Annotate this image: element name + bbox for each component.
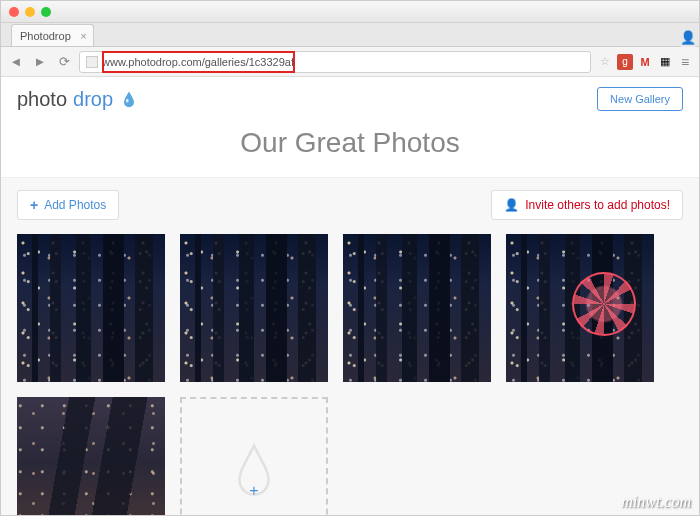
reload-button[interactable]: ⟳ xyxy=(55,53,73,71)
window-titlebar xyxy=(1,1,699,23)
invite-label: Invite others to add photos! xyxy=(525,198,670,212)
upload-dropzone[interactable]: + xyxy=(180,397,328,515)
invite-button[interactable]: 👤 Invite others to add photos! xyxy=(491,190,683,220)
address-bar[interactable]: www.photodrop.com/galleries/1c3329af xyxy=(79,51,591,73)
logo-text-1: photo xyxy=(17,88,67,111)
site-logo[interactable]: photodrop xyxy=(17,88,139,111)
drop-icon xyxy=(119,89,139,109)
photo-grid: + xyxy=(17,234,683,515)
photo-thumbnail[interactable] xyxy=(17,397,165,515)
back-button[interactable]: ◄ xyxy=(7,53,25,71)
minimize-window-button[interactable] xyxy=(25,7,35,17)
google-plus-icon[interactable]: g xyxy=(617,54,633,70)
add-photos-button[interactable]: + Add Photos xyxy=(17,190,119,220)
forward-button[interactable]: ► xyxy=(31,53,49,71)
traffic-lights xyxy=(9,7,51,17)
new-gallery-button[interactable]: New Gallery xyxy=(597,87,683,111)
photo-thumbnail[interactable] xyxy=(17,234,165,382)
page-content: photodrop New Gallery Our Great Photos +… xyxy=(1,77,699,515)
invite-person-icon: 👤 xyxy=(504,198,519,212)
page-title: Our Great Photos xyxy=(1,121,699,177)
photo-thumbnail[interactable] xyxy=(506,234,654,382)
close-tab-icon[interactable]: × xyxy=(80,30,86,42)
add-photos-label: Add Photos xyxy=(44,198,106,212)
site-header: photodrop New Gallery xyxy=(1,77,699,121)
url-text: www.photodrop.com/galleries/1c3329af xyxy=(102,56,294,68)
gallery-section: + Add Photos 👤 Invite others to add phot… xyxy=(1,177,699,515)
plus-icon: + xyxy=(30,197,38,213)
logo-text-2: drop xyxy=(73,88,113,111)
tab-title: Photodrop xyxy=(20,30,71,42)
photo-thumbnail[interactable] xyxy=(180,234,328,382)
address-bar-row: ◄ ► ⟳ www.photodrop.com/galleries/1c3329… xyxy=(1,47,699,77)
extension-icon[interactable]: ▦ xyxy=(657,54,673,70)
page-icon xyxy=(86,56,98,68)
close-window-button[interactable] xyxy=(9,7,19,17)
chrome-profile-avatar[interactable]: 👤 xyxy=(679,27,697,47)
chrome-toolbar-icons: ☆ g M ▦ ≡ xyxy=(597,54,693,70)
maximize-window-button[interactable] xyxy=(41,7,51,17)
browser-tab[interactable]: Photodrop × xyxy=(11,24,94,46)
svg-point-0 xyxy=(126,99,128,103)
upload-drop-icon xyxy=(232,442,276,500)
chrome-menu-icon[interactable]: ≡ xyxy=(677,54,693,70)
browser-window: Photodrop × ◄ ► ⟳ www.photodrop.com/gall… xyxy=(0,0,700,516)
gallery-toolbar: + Add Photos 👤 Invite others to add phot… xyxy=(17,190,683,220)
photo-thumbnail[interactable] xyxy=(343,234,491,382)
tab-bar: Photodrop × xyxy=(1,23,699,47)
bookmark-star-icon[interactable]: ☆ xyxy=(597,54,613,70)
gmail-icon[interactable]: M xyxy=(637,54,653,70)
